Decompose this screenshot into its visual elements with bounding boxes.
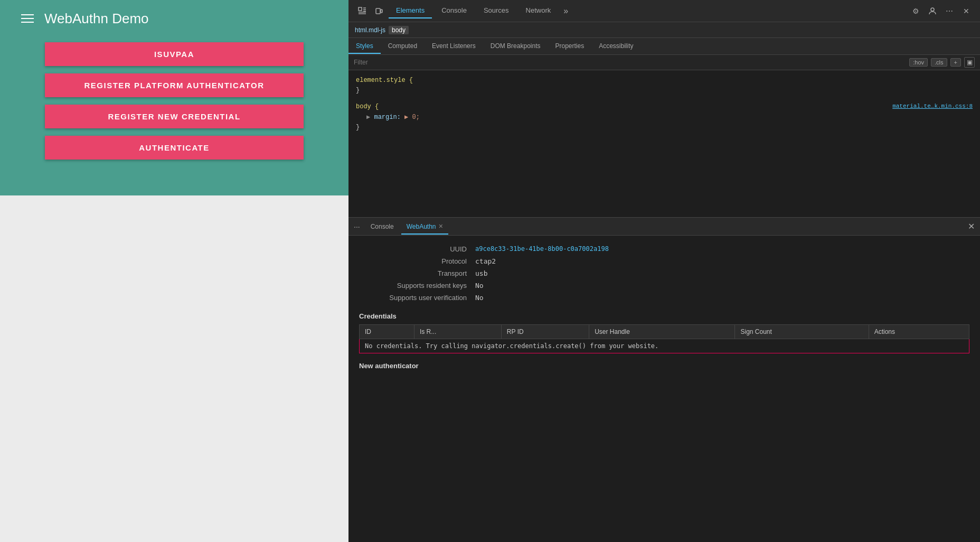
user-verification-value: No — [475, 294, 484, 302]
protocol-row: Protocol ctap2 — [359, 255, 969, 267]
no-credentials-suffix: from your website. — [586, 342, 658, 350]
css-body-selector: body { — [356, 103, 379, 110]
tab-properties[interactable]: Properties — [548, 39, 591, 54]
css-close-brace: } — [356, 87, 360, 94]
tab-accessibility[interactable]: Accessibility — [591, 39, 640, 54]
credentials-section: Credentials ID Is R... RP ID User Handle… — [359, 312, 969, 353]
breadcrumb-body[interactable]: body — [389, 26, 409, 34]
app-header: WebAuthn Demo ISUVPAA REGISTER PLATFORM … — [0, 0, 348, 195]
tab-styles[interactable]: Styles — [348, 39, 381, 54]
styles-content: element.style { } body { material.te…k.m… — [348, 70, 980, 217]
styles-filter-input[interactable] — [354, 59, 906, 66]
isuvpaa-button[interactable]: ISUVPAA — [45, 42, 304, 66]
css-close-brace2: } — [356, 124, 360, 131]
authenticate-button[interactable]: AUTHENTICATE — [45, 136, 304, 160]
tab-computed[interactable]: Computed — [381, 39, 425, 54]
new-authenticator-title: New authenticator — [359, 362, 969, 370]
more-tabs-icon[interactable]: » — [560, 6, 571, 16]
app-content — [0, 195, 348, 542]
credentials-title: Credentials — [359, 312, 969, 320]
credentials-thead: ID Is R... RP ID User Handle Sign Count … — [360, 325, 969, 339]
tab-dom-breakpoints[interactable]: DOM Breakpoints — [483, 39, 548, 54]
no-credentials-text: No credentials. Try calling — [365, 342, 472, 350]
svg-rect-7 — [381, 10, 382, 13]
no-credentials-code: navigator.credentials.create() — [472, 342, 586, 350]
register-platform-button[interactable]: REGISTER PLATFORM AUTHENTICATOR — [45, 73, 304, 97]
overflow-icon[interactable]: ⋯ — [942, 4, 957, 18]
app-title: WebAuthn Demo — [44, 11, 149, 27]
uuid-value: a9ce8c33-31be-41be-8b00-c0a7002a198 — [475, 245, 609, 253]
tab-console-bottom[interactable]: Console — [365, 220, 399, 233]
inspect-icon[interactable] — [355, 4, 370, 18]
resident-keys-row: Supports resident keys No — [359, 279, 969, 292]
credentials-table: ID Is R... RP ID User Handle Sign Count … — [359, 324, 969, 353]
transport-row: Transport usb — [359, 267, 969, 279]
col-sign-count: Sign Count — [735, 325, 869, 339]
transport-label: Transport — [359, 269, 475, 277]
protocol-value: ctap2 — [475, 257, 496, 265]
css-triangle[interactable]: ▶ — [366, 114, 370, 121]
sidebar-toggle-icon[interactable]: ▣ — [964, 57, 975, 68]
tab-sources[interactable]: Sources — [476, 3, 516, 18]
tab-webauthn[interactable]: WebAuthn × — [401, 219, 448, 235]
css-source-link[interactable]: material.te…k.min.css:8 — [892, 102, 973, 111]
devtools-topbar: Elements Console Sources Network » ⚙ ⋯ ✕ — [348, 0, 980, 22]
svg-rect-6 — [376, 8, 380, 14]
col-is-r: Is R... — [414, 325, 501, 339]
bottom-panel: ··· Console WebAuthn × ✕ UUID a9ce8c33-3… — [348, 218, 980, 542]
css-margin-property: margin: — [374, 114, 404, 121]
tab-event-listeners[interactable]: Event Listeners — [425, 39, 483, 54]
devtools-panel: Elements Console Sources Network » ⚙ ⋯ ✕… — [348, 0, 980, 542]
tab-close-icon[interactable]: × — [439, 222, 443, 230]
credentials-tbody: No credentials. Try calling navigator.cr… — [360, 339, 969, 353]
css-rule-element-style: element.style { } — [356, 76, 973, 96]
col-actions: Actions — [869, 325, 969, 339]
hover-toggle[interactable]: :hov — [909, 58, 928, 67]
styles-filter-actions: :hov .cls + ▣ — [909, 57, 975, 68]
uuid-row: UUID a9ce8c33-31be-41be-8b00-c0a7002a198 — [359, 243, 969, 255]
styles-panel: Styles Computed Event Listeners DOM Brea… — [348, 38, 980, 217]
css-margin-value: ▶ 0; — [404, 114, 420, 121]
user-verification-label: Supports user verification — [359, 294, 475, 302]
register-credential-button[interactable]: REGISTER NEW CREDENTIAL — [45, 105, 304, 128]
buttons-area: ISUVPAA REGISTER PLATFORM AUTHENTICATOR … — [21, 37, 327, 160]
no-credentials-row: No credentials. Try calling navigator.cr… — [360, 339, 969, 353]
device-icon[interactable] — [372, 4, 387, 18]
breadcrumb-html[interactable]: html.mdl-js — [355, 26, 385, 34]
protocol-label: Protocol — [359, 257, 475, 265]
col-id: ID — [360, 325, 414, 339]
webauthn-content: UUID a9ce8c33-31be-41be-8b00-c0a7002a198… — [348, 236, 980, 542]
credentials-header-row: ID Is R... RP ID User Handle Sign Count … — [360, 325, 969, 339]
tab-network[interactable]: Network — [519, 3, 559, 18]
styles-tabs: Styles Computed Event Listeners DOM Brea… — [348, 38, 980, 55]
user-icon[interactable] — [925, 4, 940, 18]
svg-point-8 — [931, 8, 934, 11]
tab-console[interactable]: Console — [434, 3, 474, 18]
user-verification-row: Supports user verification No — [359, 292, 969, 304]
hamburger-menu-icon[interactable] — [21, 14, 34, 23]
bottom-panel-tabs: ··· Console WebAuthn × ✕ — [348, 218, 980, 236]
add-style-rule[interactable]: + — [950, 58, 961, 67]
devtools-right-icons: ⚙ ⋯ ✕ — [908, 4, 974, 18]
left-panel: WebAuthn Demo ISUVPAA REGISTER PLATFORM … — [0, 0, 348, 542]
transport-value: usb — [475, 269, 487, 277]
close-devtools-icon[interactable]: ✕ — [959, 4, 974, 18]
authenticator-info: UUID a9ce8c33-31be-41be-8b00-c0a7002a198… — [359, 243, 969, 304]
no-credentials-cell: No credentials. Try calling navigator.cr… — [360, 339, 969, 353]
cls-toggle[interactable]: .cls — [931, 58, 947, 67]
close-bottom-panel-icon[interactable]: ✕ — [968, 221, 975, 231]
svg-rect-0 — [359, 7, 362, 11]
resident-keys-value: No — [475, 282, 484, 289]
styles-filter-bar: :hov .cls + ▣ — [348, 55, 980, 70]
devtools-breadcrumb: html.mdl-js body — [348, 22, 980, 38]
css-rule-body: body { material.te…k.min.css:8 ▶ margin:… — [356, 102, 973, 133]
devtools-main: Styles Computed Event Listeners DOM Brea… — [348, 38, 980, 542]
elements-panel: Styles Computed Event Listeners DOM Brea… — [348, 38, 980, 218]
tab-elements[interactable]: Elements — [389, 3, 432, 18]
settings-icon[interactable]: ⚙ — [908, 4, 923, 18]
header-top: WebAuthn Demo — [21, 0, 327, 37]
resident-keys-label: Supports resident keys — [359, 282, 475, 289]
bottom-more-icon[interactable]: ··· — [354, 222, 360, 231]
css-selector: element.style { — [356, 77, 413, 84]
uuid-label: UUID — [359, 245, 475, 253]
